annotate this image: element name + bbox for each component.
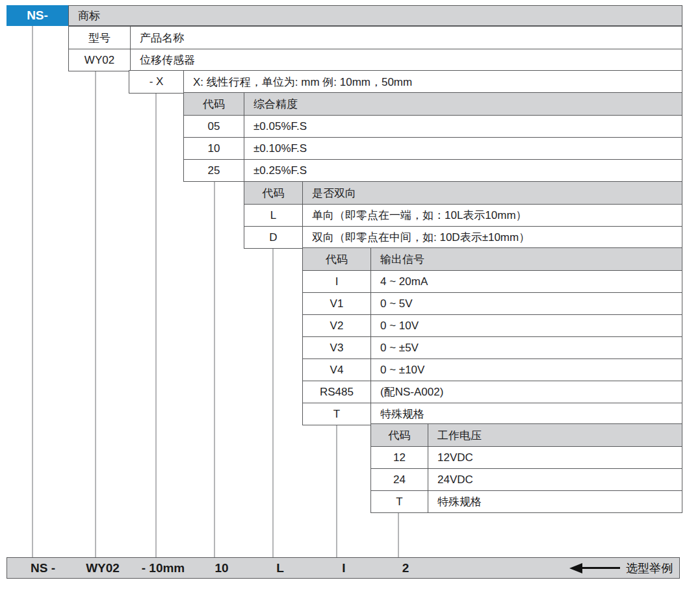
code-cell: V1 [303,293,371,314]
table-row: L 单向（即零点在一端，如：10L表示10mm） [244,204,682,226]
desc-cell: 0 ~ 10V [371,315,682,336]
desc-cell: ±0.25%F.S [244,160,682,181]
code-cell: V4 [303,359,371,381]
example-segment-voltage: 2 [373,558,438,578]
accuracy-table: 代码 综合精度 05 ±0.05%F.S 10 ±0.10%F.S 25 ±0.… [183,92,682,182]
left-arrow-icon [569,563,582,573]
table-header-row: 代码 输出信号 [303,248,682,270]
table-row: WY02 位移传感器 [69,49,682,71]
example-segment-output: I [311,558,376,578]
example-segment-model: WY02 [70,558,135,578]
table-row: V4 0 ~ ±10V [303,358,682,381]
example-segment-direction: L [248,558,313,578]
desc-cell: ±0.10%F.S [244,138,682,159]
connector-line-stroke [155,92,157,557]
code-cell: D [244,227,303,248]
table-row: I 4 ~ 20mA [303,270,682,292]
example-segment-prefix: NS - [10,558,75,578]
desc-cell: 双向（即零点在中间，如: 10D表示±10mm） [303,227,682,248]
code-cell: 05 [184,116,244,137]
desc-cell: 0 ~ 5V [371,293,682,314]
code-cell: V2 [303,315,371,336]
desc-header-cell: 是否双向 [303,182,682,204]
code-cell: T [371,491,428,512]
desc-cell: (配NS-A002) [371,381,682,403]
code-cell: RS485 [303,381,371,403]
desc-cell: 特殊规格 [371,403,682,425]
code-header-cell: 代码 [184,93,244,115]
code-cell: I [303,271,371,292]
table-row: RS485 (配NS-A002) [303,381,682,403]
desc-header-cell: 输出信号 [371,248,682,270]
code-cell: L [244,205,303,226]
table-row: 10 ±0.10%F.S [184,137,682,159]
desc-cell: 位移传感器 [131,49,682,71]
table-row: 12 12VDC [371,446,682,468]
desc-cell: X: 线性行程，单位为: mm 例: 10mm，50mm [184,71,682,93]
code-cell: V3 [303,337,371,358]
desc-cell: 24VDC [428,469,682,490]
desc-cell: ±0.05%F.S [244,116,682,137]
desc-cell: 特殊规格 [428,491,682,512]
example-bar: NS - WY02 - 10mm 10 L I 2 选型举例 [6,557,680,579]
table-header-row: 代码 是否双向 [244,182,682,204]
table-row: 24 24VDC [371,468,682,490]
table-row: T 特殊规格 [371,490,682,512]
table-row: 25 ±0.25%F.S [184,159,682,181]
arrow-line [582,567,620,569]
connector-line-prefix [32,26,33,557]
trademark-cell: 商标 [68,5,682,26]
table-header-row: 代码 工作电压 [371,424,682,446]
code-cell: 10 [184,138,244,159]
table-row: - X X: 线性行程，单位为: mm 例: 10mm，50mm [129,71,682,93]
desc-cell: 12VDC [428,447,682,468]
code-cell: 12 [371,447,428,468]
example-label: 选型举例 [626,560,673,576]
desc-cell: 单向（即零点在一端，如：10L表示10mm） [303,205,682,226]
output-signal-table: 代码 输出信号 I 4 ~ 20mA V1 0 ~ 5V V2 0 ~ 10V … [302,247,682,425]
connector-line-accuracy [214,181,215,557]
trademark-label: 商标 [78,8,100,23]
code-cell: 25 [184,160,244,181]
voltage-table: 代码 工作电压 12 12VDC 24 24VDC T 特殊规格 [370,423,682,513]
code-cell: 型号 [69,27,131,49]
desc-header-cell: 工作电压 [428,424,682,446]
prefix-label: NS- [27,8,48,23]
code-header-cell: 代码 [371,424,428,446]
table-row: T 特殊规格 [303,403,682,425]
desc-cell: 4 ~ 20mA [371,271,682,292]
connector-line-voltage [398,512,399,557]
code-header-cell: 代码 [244,182,303,204]
desc-cell: 0 ~ ±5V [371,337,682,358]
table-header-row: 代码 综合精度 [184,93,682,115]
example-segment-accuracy: 10 [189,558,254,578]
connector-line-output [336,423,337,557]
ordering-code-diagram: NS- 商标 型号 产品名称 WY02 位移传感器 - X X: 线性行程，单位… [0,0,700,591]
example-pointer: 选型举例 [569,558,673,578]
model-table: 型号 产品名称 WY02 位移传感器 [68,26,682,71]
code-header-cell: 代码 [303,248,371,270]
desc-cell: 产品名称 [131,27,682,49]
code-cell: 24 [371,469,428,490]
desc-header-cell: 综合精度 [244,93,682,115]
table-row: V3 0 ~ ±5V [303,336,682,358]
table-row: 05 ±0.05%F.S [184,115,682,137]
connector-line-model [95,70,96,557]
example-segment-stroke: - 10mm [131,558,196,578]
direction-table: 代码 是否双向 L 单向（即零点在一端，如：10L表示10mm） D 双向（即零… [244,181,682,249]
table-row: V1 0 ~ 5V [303,292,682,314]
stroke-row: - X X: 线性行程，单位为: mm 例: 10mm，50mm [129,70,682,94]
table-row: D 双向（即零点在中间，如: 10D表示±10mm） [244,226,682,248]
table-row: V2 0 ~ 10V [303,314,682,336]
code-cell: WY02 [69,49,131,71]
table-row: 型号 产品名称 [69,27,682,49]
connector-line-direction [272,247,274,557]
code-cell: - X [129,71,184,93]
prefix-box: NS- [6,5,68,26]
desc-cell: 0 ~ ±10V [371,359,682,381]
code-cell: T [303,403,371,425]
